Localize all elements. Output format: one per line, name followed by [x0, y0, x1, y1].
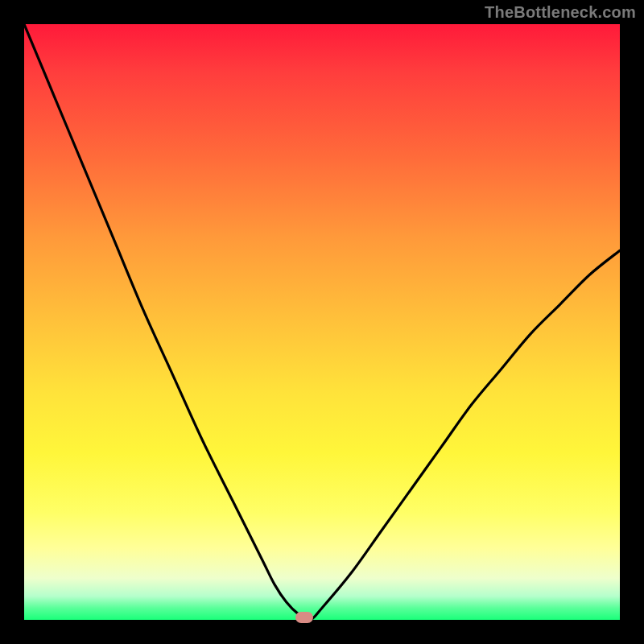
watermark-text: TheBottleneck.com [485, 3, 636, 22]
bottleneck-curve-path [24, 24, 620, 620]
min-marker [295, 612, 313, 623]
chart-frame: TheBottleneck.com [0, 0, 644, 644]
curve-svg [24, 24, 620, 620]
plot-area [24, 24, 620, 620]
